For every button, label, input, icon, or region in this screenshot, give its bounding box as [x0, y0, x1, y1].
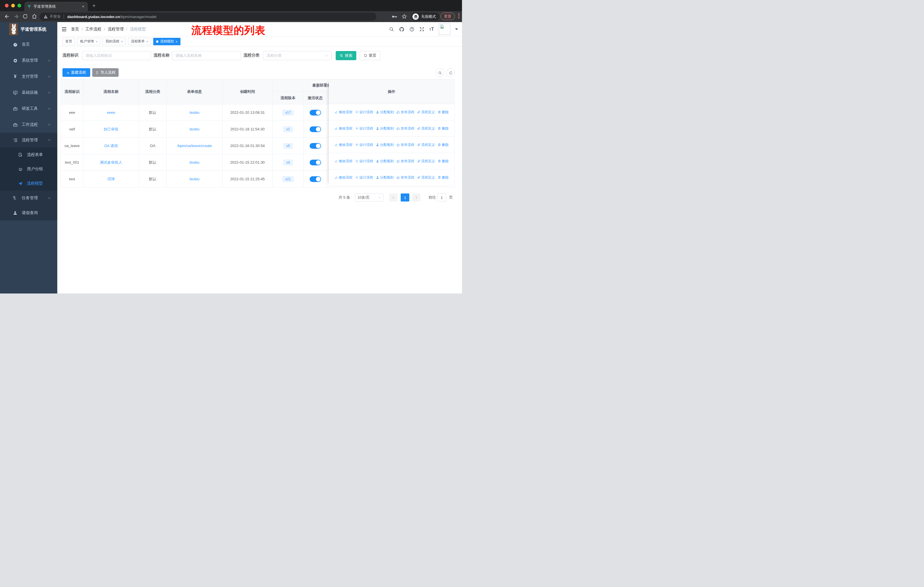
tab-close-icon[interactable]: ×	[81, 4, 85, 8]
import-process-button[interactable]: 导入流程	[92, 68, 119, 77]
key-icon[interactable]	[392, 14, 397, 19]
toggle-search-button[interactable]	[436, 68, 444, 77]
help-icon[interactable]	[409, 26, 414, 32]
refresh-button[interactable]	[446, 68, 455, 77]
font-size-icon[interactable]: TT	[429, 26, 434, 32]
process-key-input[interactable]: 请输入流程标识	[82, 51, 151, 60]
back-icon[interactable]	[4, 13, 10, 20]
create-process-button[interactable]: +新建流程	[63, 68, 90, 77]
cell-name-link[interactable]: 自己审批	[83, 121, 139, 137]
assign-rule-link[interactable]: 分配规则	[376, 142, 394, 147]
design-process-link[interactable]: 设计流程	[355, 175, 373, 180]
process-definition-link[interactable]: 流程定义	[417, 159, 435, 164]
process-definition-link[interactable]: 流程定义	[417, 126, 435, 131]
window-zoom-button[interactable]	[18, 4, 21, 7]
tag-process-form[interactable]: 流程表单×	[128, 38, 151, 45]
edit-process-link[interactable]: 修改流程	[335, 126, 353, 131]
sidebar-item-infrastructure[interactable]: 基础设施	[0, 84, 57, 101]
design-process-link[interactable]: 设计流程	[355, 126, 373, 131]
reload-icon[interactable]	[22, 13, 28, 19]
assign-rule-link[interactable]: 分配规则	[376, 110, 394, 115]
sidebar-item-process-form[interactable]: 流程表单	[0, 147, 57, 162]
tag-home[interactable]: 首页	[63, 38, 75, 45]
process-name-input[interactable]: 请输入流程名称	[172, 51, 241, 60]
delete-link[interactable]: 删除	[438, 142, 449, 147]
active-toggle[interactable]	[310, 176, 321, 182]
avatar-dropdown-caret-icon[interactable]	[455, 28, 458, 30]
process-category-select[interactable]: 流程分类	[263, 51, 332, 60]
prev-page-button[interactable]	[389, 193, 398, 202]
avatar[interactable]	[439, 23, 450, 35]
sidebar-item-system[interactable]: 系统管理	[0, 53, 57, 68]
edit-process-link[interactable]: 修改流程	[335, 142, 353, 147]
close-icon[interactable]: ×	[146, 40, 148, 43]
active-toggle[interactable]	[310, 126, 321, 132]
cell-form-link[interactable]: biubiu	[167, 171, 223, 187]
sidebar-item-workflow[interactable]: 工作流程	[0, 117, 57, 133]
active-toggle[interactable]	[310, 110, 321, 116]
cell-name-link[interactable]: 滔博	[83, 171, 139, 187]
tag-my-process[interactable]: 我的流程×	[102, 38, 125, 45]
github-icon[interactable]	[399, 26, 404, 32]
browser-tab[interactable]: 芋道管理系统 ×	[24, 2, 88, 11]
sidebar-item-process-model[interactable]: 流程模型	[0, 176, 57, 190]
window-close-button[interactable]	[5, 4, 8, 7]
sidebar-logo[interactable]: 芋道管理系统	[0, 22, 57, 36]
process-definition-link[interactable]: 流程定义	[417, 142, 435, 147]
sidebar-item-user-group[interactable]: 用户分组	[0, 162, 57, 176]
close-icon[interactable]: ×	[96, 40, 97, 43]
assign-rule-link[interactable]: 分配规则	[376, 175, 394, 180]
publish-process-link[interactable]: 发布流程	[396, 159, 414, 164]
process-definition-link[interactable]: 流程定义	[417, 175, 435, 180]
cell-form-link[interactable]: biubiu	[167, 121, 223, 137]
cell-name-link[interactable]: 测试多审批人	[83, 154, 139, 170]
bookmark-star-icon[interactable]	[402, 14, 407, 19]
sidebar-item-task-mgmt[interactable]: 任务管理	[0, 190, 57, 205]
browser-update-button[interactable]: 更新	[441, 13, 455, 20]
sidebar-item-payment[interactable]: ¥ 支付管理	[0, 68, 57, 84]
delete-link[interactable]: 删除	[438, 175, 449, 180]
fullscreen-icon[interactable]	[419, 26, 424, 32]
collapse-sidebar-icon[interactable]	[61, 26, 67, 32]
active-toggle[interactable]	[310, 160, 321, 165]
breadcrumb-item[interactable]: 首页	[71, 26, 79, 32]
design-process-link[interactable]: 设计流程	[355, 159, 373, 164]
new-tab-button[interactable]: +	[92, 2, 96, 9]
sidebar-item-home[interactable]: 首页	[0, 36, 57, 53]
cell-form-link[interactable]: biubiu	[167, 154, 223, 170]
design-process-link[interactable]: 设计流程	[355, 110, 373, 115]
close-icon[interactable]: ×	[121, 40, 122, 43]
publish-process-link[interactable]: 发布流程	[396, 110, 414, 115]
publish-process-link[interactable]: 发布流程	[396, 175, 414, 180]
cell-form-link[interactable]: /bpm/oa/leave/create	[167, 137, 223, 154]
sidebar-item-leave-query[interactable]: 请假查询	[0, 205, 57, 220]
breadcrumb-item[interactable]: 流程管理	[108, 26, 124, 32]
next-page-button[interactable]	[412, 193, 421, 202]
search-icon[interactable]	[389, 26, 394, 32]
process-definition-link[interactable]: 流程定义	[417, 110, 435, 115]
publish-process-link[interactable]: 发布流程	[396, 142, 414, 147]
browser-menu-icon[interactable]	[458, 13, 459, 18]
tag-tenant[interactable]: 租户管理×	[78, 38, 100, 45]
reset-button[interactable]: 重置	[360, 51, 380, 60]
search-button[interactable]: 搜索	[336, 51, 356, 60]
assign-rule-link[interactable]: 分配规则	[376, 126, 394, 131]
sidebar-item-devtools[interactable]: 研发工具	[0, 101, 57, 117]
edit-process-link[interactable]: 修改流程	[335, 110, 353, 115]
page-number-1[interactable]: 1	[401, 193, 409, 202]
cell-name-link[interactable]: OA 请假	[83, 137, 139, 154]
edit-process-link[interactable]: 修改流程	[335, 175, 353, 180]
home-icon[interactable]	[31, 13, 37, 19]
delete-link[interactable]: 删除	[438, 159, 449, 164]
sidebar-item-process-mgmt[interactable]: 流程管理	[0, 133, 57, 147]
design-process-link[interactable]: 设计流程	[355, 142, 373, 147]
delete-link[interactable]: 删除	[438, 126, 449, 131]
active-toggle[interactable]	[310, 143, 321, 149]
tag-process-model[interactable]: 流程模型×	[153, 38, 180, 45]
url-bar[interactable]: 不安全 dashboard.yudao.iocoder.cn/bpm/manag…	[40, 13, 376, 21]
publish-process-link[interactable]: 发布流程	[396, 126, 414, 131]
forward-icon[interactable]	[13, 13, 19, 20]
goto-page-input[interactable]: 1	[437, 193, 446, 202]
cell-form-link[interactable]: biubiu	[167, 104, 223, 121]
delete-link[interactable]: 删除	[438, 110, 449, 115]
